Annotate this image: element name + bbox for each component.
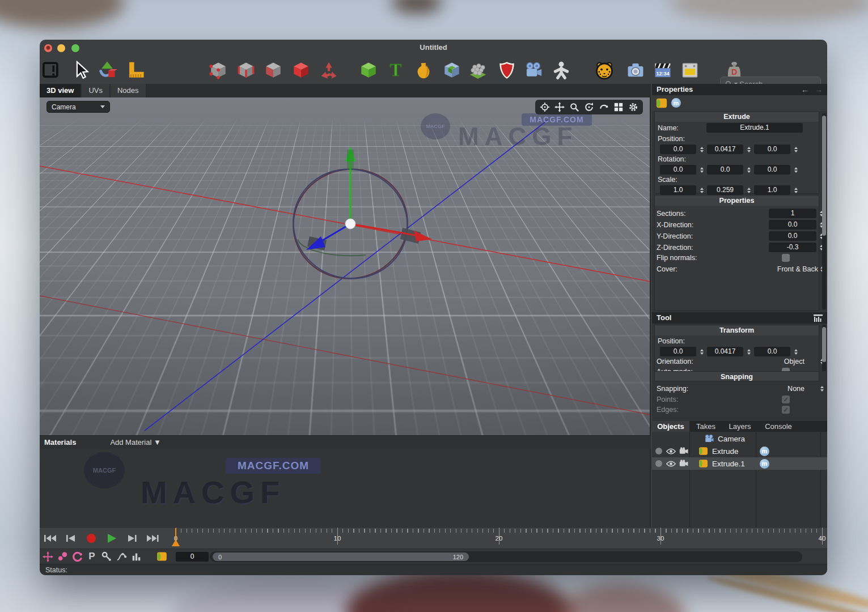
scale-x-field[interactable]: 1.0 (660, 185, 696, 195)
tool-position-z-field[interactable]: 0.0 (754, 347, 790, 356)
timeline-range-track[interactable]: 0 120 (210, 551, 802, 562)
position-z-field[interactable]: 0.0 (754, 144, 790, 154)
add-shield-icon[interactable] (497, 60, 517, 80)
frame-selection-icon[interactable] (539, 101, 551, 113)
stepper[interactable] (699, 165, 704, 175)
camera-view-select[interactable]: Camera (46, 101, 110, 113)
extrude-tag-icon[interactable] (655, 97, 668, 109)
anim-rotate-filter-icon[interactable] (70, 550, 84, 563)
object-mode-icon[interactable] (291, 60, 311, 80)
object-row-extrude-1[interactable]: Extrude.1 m (652, 457, 827, 470)
viewport-3d[interactable]: MACGF MACGF.COM MACGF Camera (40, 97, 651, 435)
stepper[interactable] (793, 186, 798, 195)
y-direction-field[interactable]: 0.0 (769, 231, 816, 241)
scale-y-field[interactable]: 0.259 (707, 185, 743, 195)
playhead[interactable] (175, 528, 176, 541)
axis-mode-icon[interactable] (319, 60, 339, 80)
stepper[interactable] (746, 165, 751, 175)
anim-graph-icon[interactable] (129, 550, 143, 563)
material-badge[interactable]: m (760, 447, 769, 456)
zoom-view-icon[interactable] (568, 101, 581, 113)
material-badge[interactable]: m (760, 459, 769, 469)
flip-normals-checkbox[interactable] (782, 254, 790, 262)
tab-uvs[interactable]: UVs (82, 84, 109, 97)
point-mode-icon[interactable] (208, 60, 228, 80)
add-text-icon[interactable]: T (386, 60, 406, 80)
quad-view-icon[interactable] (612, 101, 625, 113)
add-particles-icon[interactable] (468, 60, 488, 80)
stepper[interactable] (699, 186, 704, 195)
tool-scrollbar[interactable] (822, 325, 826, 376)
rotation-z-field[interactable]: 0.0 (754, 165, 790, 175)
object-row-extrude[interactable]: Extrude m (652, 445, 827, 457)
add-pot-icon[interactable] (413, 60, 434, 80)
edges-checkbox[interactable]: ✓ (782, 406, 790, 414)
tab-3d-view[interactable]: 3D view (40, 84, 81, 97)
render-icon[interactable] (680, 60, 700, 80)
jump-end-button[interactable] (144, 531, 161, 546)
render-visibility-icon[interactable] (679, 447, 689, 455)
snapping-select[interactable]: None (787, 385, 805, 393)
undo-view-icon[interactable] (598, 101, 610, 113)
record-button[interactable] (83, 531, 100, 546)
select-move-icon[interactable] (97, 60, 117, 80)
cursor-tool-icon[interactable] (71, 60, 91, 80)
add-polygon-icon[interactable] (358, 60, 379, 80)
tab-layers[interactable]: Layers (722, 421, 757, 432)
stepper[interactable] (699, 347, 704, 356)
position-y-field[interactable]: 0.0417 (707, 144, 743, 154)
add-material-button[interactable]: Add Material ▼ (110, 438, 160, 447)
tab-objects[interactable]: Objects (652, 421, 689, 432)
prev-frame-button[interactable] (62, 531, 79, 546)
timeline-range-pill[interactable]: 0 120 (213, 552, 469, 561)
stepper[interactable] (793, 145, 798, 154)
cheetah-icon[interactable] (594, 60, 615, 80)
playhead-handle[interactable] (172, 539, 180, 546)
position-x-field[interactable]: 0.0 (660, 144, 696, 154)
render-visibility-icon[interactable] (679, 460, 689, 468)
orbit-view-icon[interactable] (583, 101, 595, 113)
object-row-camera[interactable]: Camera (652, 432, 827, 445)
objects-tree[interactable]: Camera Extrude m Extrude.1 m (652, 432, 827, 527)
add-boolean-icon[interactable] (442, 60, 462, 80)
add-camera-icon[interactable] (523, 60, 544, 80)
layer-color-dot[interactable] (655, 460, 662, 467)
stepper[interactable] (746, 347, 751, 356)
tool-position-y-field[interactable]: 0.0417 (707, 347, 743, 356)
name-field[interactable]: Extrude.1 (706, 123, 803, 133)
play-button[interactable] (103, 531, 120, 546)
properties-scrollbar[interactable] (822, 113, 826, 309)
anim-position-filter-icon[interactable] (56, 550, 69, 563)
current-frame-field[interactable]: 0 (176, 552, 209, 562)
stepper[interactable] (793, 347, 798, 356)
visibility-eye-icon[interactable] (666, 460, 676, 468)
sections-field[interactable]: 1 (769, 209, 816, 218)
tool-position-x-field[interactable]: 0.0 (660, 347, 696, 356)
pan-view-icon[interactable] (553, 101, 566, 113)
anim-move-filter-icon[interactable] (41, 550, 54, 563)
visibility-eye-icon[interactable] (666, 448, 676, 455)
anim-parameter-filter-icon[interactable]: P (85, 550, 99, 563)
jump-start-button[interactable] (42, 531, 59, 546)
tab-nodes[interactable]: Nodes (111, 84, 146, 97)
viewport-settings-gear-icon[interactable] (627, 101, 640, 113)
stepper[interactable] (746, 145, 751, 154)
polygon-mode-icon[interactable] (263, 60, 283, 80)
anim-trajectory-icon[interactable] (115, 550, 128, 563)
add-character-icon[interactable] (551, 60, 571, 80)
rotation-x-field[interactable]: 0.0 (660, 165, 696, 175)
scale-z-field[interactable]: 1.0 (754, 185, 790, 195)
animation-icon[interactable]: 12:34 (653, 60, 673, 80)
select-chevrons-icon[interactable] (820, 386, 824, 392)
stepper[interactable] (746, 186, 751, 195)
orientation-select[interactable]: Object (784, 358, 805, 366)
timeline-ruler[interactable]: 0 10 20 30 40 (170, 528, 827, 549)
cover-select[interactable]: Front & Back (777, 265, 818, 273)
tab-takes[interactable]: Takes (689, 421, 722, 432)
edge-mode-icon[interactable] (236, 60, 256, 80)
next-frame-button[interactable] (124, 531, 141, 546)
material-tag-icon[interactable]: m (671, 98, 681, 108)
snapshot-icon[interactable] (625, 60, 646, 80)
z-direction-field[interactable]: -0.3 (769, 243, 816, 252)
window-layout-icon[interactable] (41, 60, 62, 80)
